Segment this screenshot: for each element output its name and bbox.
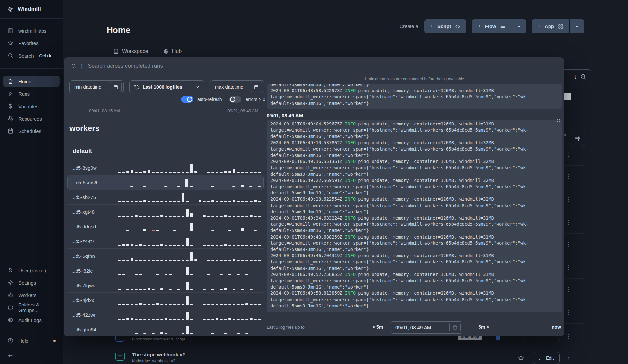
sidebar-item-schedules[interactable]: Schedules xyxy=(3,125,60,137)
worker-row-d5-l82lc[interactable]: ...d5-l82lc xyxy=(67,263,264,278)
row-menu-kebab[interactable]: ⋮ xyxy=(566,241,572,247)
worker-row-d5-4jdxx[interactable]: ...d5-4jdxx xyxy=(67,293,264,307)
sparkline-bar xyxy=(135,172,138,173)
sidebar-item-workers[interactable]: Workers xyxy=(3,290,60,301)
forward-5m-button[interactable]: 5m > xyxy=(479,324,489,330)
errors-toggle[interactable] xyxy=(229,96,241,103)
worker-row-d5-5sms9[interactable]: ...d5-5sms9 xyxy=(67,175,264,190)
worker-row-d5-8sg9w[interactable]: ...d5-8sg9w xyxy=(67,160,264,175)
sparkline-bar xyxy=(118,245,121,246)
sparkline-bar xyxy=(143,275,146,275)
sidebar-item-folders-groups[interactable]: Folders & Groups... xyxy=(3,302,60,313)
sidebar-item-search[interactable]: SearchCtrl+k xyxy=(3,50,60,61)
arrow-left-icon xyxy=(7,352,14,358)
calendar-button[interactable] xyxy=(449,323,461,332)
sparkline-bar xyxy=(224,288,227,290)
create-app-dropdown[interactable] xyxy=(570,19,584,33)
row-menu-kebab[interactable]: ⋮ xyxy=(566,333,572,339)
sparkline-bar xyxy=(241,304,244,305)
sparkline-bar xyxy=(203,275,206,275)
search-input[interactable] xyxy=(87,62,557,70)
log-line: 2024-09-01T06:49:04.529675Z INFO ping up… xyxy=(270,121,558,127)
sidebar-item-runs[interactable]: Runs xyxy=(3,88,60,99)
sidebar-bottom-group: User (rfiszel)SettingsWorkersFolders & G… xyxy=(0,263,63,327)
row-menu-kebab[interactable]: ⋮ xyxy=(566,264,572,270)
collapse-sidebar-button[interactable] xyxy=(3,350,60,360)
auto-refresh-toggle[interactable] xyxy=(181,96,193,103)
worker-row-d5-gtm94[interactable]: ...d5-gtm94 xyxy=(67,322,264,336)
sparkline-bar xyxy=(203,201,206,202)
sidebar-item-audit-logs[interactable]: Audit Logs xyxy=(3,314,60,325)
sparkline-bar xyxy=(250,289,253,290)
back-5m-button[interactable]: < 5m xyxy=(373,324,383,330)
max-datetime-button[interactable]: max datetime xyxy=(210,80,264,93)
create-script-button[interactable]: +Script xyxy=(424,19,467,33)
logfiles-main[interactable]: Last 1000 logfiles xyxy=(130,81,190,93)
logfiles-dropdown[interactable] xyxy=(190,81,204,93)
calendar-button[interactable] xyxy=(251,82,262,92)
tab-hub[interactable]: Hub xyxy=(163,48,182,54)
sparkline-bar xyxy=(134,187,137,187)
worker-row-d5-6qfnn[interactable]: ...d5-6qfnn xyxy=(67,249,264,263)
log-timestamp: 2024-09-01T06:49:52.756855Z xyxy=(270,272,345,277)
row-menu-kebab[interactable]: ⋮ xyxy=(566,309,572,315)
worker-row-d5-7lgwn[interactable]: ...d5-7lgwn xyxy=(67,278,264,293)
worker-row-d5-z44f7[interactable]: ...d5-z44f7 xyxy=(67,234,264,249)
search-icon xyxy=(7,52,14,59)
worker-row-d5-42zwr[interactable]: ...d5-42zwr xyxy=(67,307,264,322)
log-level: INFO xyxy=(345,272,356,277)
calendar-button[interactable] xyxy=(110,82,122,92)
log-timestamp: 2024-09-01T06:49:40.688259Z xyxy=(270,234,345,240)
sidebar-item-favorites[interactable]: Favorites xyxy=(3,38,60,49)
edit-button[interactable]: Edit xyxy=(533,352,560,364)
sidebar-item-windmill-labs[interactable]: windmill-labs xyxy=(3,25,60,36)
sidebar-item-resources[interactable]: Resources xyxy=(3,113,60,124)
sparkline-bar xyxy=(245,319,248,320)
sparkline-bar xyxy=(143,333,146,334)
sparkline-bar xyxy=(131,289,133,290)
sparkline-bar xyxy=(169,334,172,334)
min-datetime-button[interactable]: min datetime xyxy=(69,80,124,93)
sidebar-item-help[interactable]: Help xyxy=(3,335,60,346)
app-logo[interactable]: Windmill xyxy=(0,0,63,19)
expand-icon[interactable] xyxy=(556,118,561,123)
sparkline-bar xyxy=(207,319,210,320)
worker-row-d5-sb275[interactable]: ...d5-sb275 xyxy=(67,190,264,205)
row-menu-kebab[interactable]: ⋮ xyxy=(566,174,572,179)
sparkline-bar xyxy=(182,333,184,334)
datetime-input[interactable]: 09/01, 08:49 AM xyxy=(391,321,462,334)
worker-row-d5-xgt48[interactable]: ...d5-xgt48 xyxy=(67,205,264,219)
sidebar-item-settings[interactable]: Settings xyxy=(3,277,60,288)
worker-row-d5-ddgsd[interactable]: ...d5-ddgsd xyxy=(67,219,264,234)
sparkline-bar xyxy=(241,172,244,173)
sparkline-bar xyxy=(186,172,189,173)
sparkline-bar xyxy=(220,245,223,246)
log-line: target=windmill_worker::worker span={"ho… xyxy=(270,146,558,152)
row-menu-kebab[interactable]: ⋮ xyxy=(566,151,572,157)
worker-activity-sparkline xyxy=(118,207,261,219)
create-app-button[interactable]: +App xyxy=(532,19,569,33)
sidebar-item-home[interactable]: Home xyxy=(3,76,60,87)
now-button[interactable]: now xyxy=(552,324,561,330)
row-menu-kebab[interactable]: ⋮ xyxy=(566,355,572,361)
sparkline-bar xyxy=(173,216,176,217)
row-menu-kebab[interactable]: ⋮ xyxy=(566,287,572,292)
create-flow-button[interactable]: +Flow xyxy=(472,19,511,33)
create-flow-dropdown[interactable] xyxy=(512,19,526,33)
sidebar-item-user-rfiszel[interactable]: User (rfiszel) xyxy=(3,265,60,276)
row-menu-kebab[interactable]: ⋮ xyxy=(566,196,572,202)
sparkline-bar xyxy=(215,187,218,187)
filter-settings-button[interactable] xyxy=(570,131,585,146)
logfiles-count-button[interactable]: Last 1000 logfiles xyxy=(129,80,204,93)
sidebar-item-variables[interactable]: Variables xyxy=(3,101,60,112)
sparkline-bar xyxy=(148,245,150,246)
sparkline-gap xyxy=(203,231,206,231)
sparkline-bar xyxy=(131,275,133,275)
log-line: target=windmill_worker::worker span={"ho… xyxy=(270,297,558,303)
tab-workspace[interactable]: Workspace xyxy=(113,48,148,54)
row-menu-kebab[interactable]: ⋮ xyxy=(566,219,572,225)
webhook-title[interactable]: The stripe webhook v2 xyxy=(132,352,185,357)
favorite-star-icon[interactable] xyxy=(518,355,524,361)
sparkline-bar xyxy=(177,260,180,261)
sparkline-bar xyxy=(148,170,150,173)
